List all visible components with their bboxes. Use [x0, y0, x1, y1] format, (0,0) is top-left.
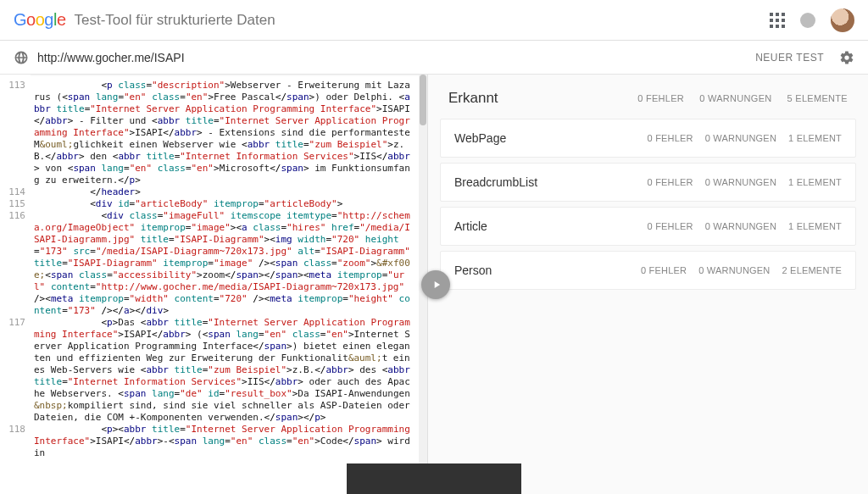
settings-icon[interactable]: [839, 50, 854, 65]
result-errors: 0 FEHLER: [641, 265, 687, 275]
result-warnings: 0 WARNUNGEN: [698, 265, 770, 275]
result-warnings: 0 WARNUNGEN: [705, 221, 776, 231]
result-card-name: Article: [454, 219, 487, 233]
result-errors: 0 FEHLER: [648, 133, 693, 143]
result-elements: 1 ELEMENT: [788, 133, 842, 143]
result-card-name: Person: [454, 264, 492, 277]
result-elements: 1 ELEMENT: [788, 221, 842, 231]
summary-errors: 0 FEHLER: [637, 93, 684, 103]
tool-title: Test-Tool für strukturierte Daten: [75, 12, 275, 29]
user-avatar[interactable]: [831, 8, 854, 32]
result-warnings: 0 WARNUNGEN: [705, 133, 776, 143]
scrollbar-thumb[interactable]: [420, 75, 426, 125]
globe-icon: [14, 50, 29, 65]
app-header: Google Test-Tool für strukturierte Daten: [0, 0, 868, 41]
run-test-button[interactable]: [421, 270, 450, 299]
play-icon: [431, 279, 442, 291]
summary-warnings: 0 WARNUNGEN: [699, 93, 771, 103]
result-card-person[interactable]: Person0 FEHLER0 WARNUNGEN2 ELEMENTE: [440, 251, 856, 290]
result-errors: 0 FEHLER: [648, 177, 693, 187]
code-view[interactable]: <p class="description">Webserver - Erwei…: [31, 75, 419, 494]
result-elements: 1 ELEMENT: [788, 177, 842, 187]
line-gutter: 113114115116117118: [0, 75, 31, 494]
results-pane: Erkannt 0 FEHLER 0 WARNUNGEN 5 ELEMENTE …: [428, 75, 868, 494]
toast: [347, 463, 521, 494]
main-split: 113114115116117118 <p class="description…: [0, 75, 868, 494]
result-warnings: 0 WARNUNGEN: [705, 177, 776, 187]
result-card-name: WebPage: [454, 131, 506, 145]
result-elements: 2 ELEMENTE: [782, 265, 842, 275]
code-pane: 113114115116117118 <p class="description…: [0, 75, 428, 494]
results-title: Erkannt: [448, 90, 498, 107]
new-test-button[interactable]: NEUER TEST: [755, 52, 824, 64]
google-logo: Google: [14, 10, 66, 30]
result-card-webpage[interactable]: WebPage0 FEHLER0 WARNUNGEN1 ELEMENT: [440, 119, 856, 158]
result-card-name: BreadcrumbList: [454, 175, 537, 189]
url-bar: http://www.gocher.me/ISAPI NEUER TEST: [0, 41, 868, 75]
result-errors: 0 FEHLER: [648, 221, 693, 231]
url-text[interactable]: http://www.gocher.me/ISAPI: [37, 51, 755, 64]
result-card-breadcrumblist[interactable]: BreadcrumbList0 FEHLER0 WARNUNGEN1 ELEME…: [440, 163, 856, 202]
apps-icon[interactable]: [770, 13, 785, 28]
result-card-article[interactable]: Article0 FEHLER0 WARNUNGEN1 ELEMENT: [440, 207, 856, 246]
summary-elements: 5 ELEMENTE: [787, 93, 848, 103]
notifications-icon[interactable]: [800, 13, 815, 28]
results-summary: Erkannt 0 FEHLER 0 WARNUNGEN 5 ELEMENTE: [428, 75, 868, 119]
